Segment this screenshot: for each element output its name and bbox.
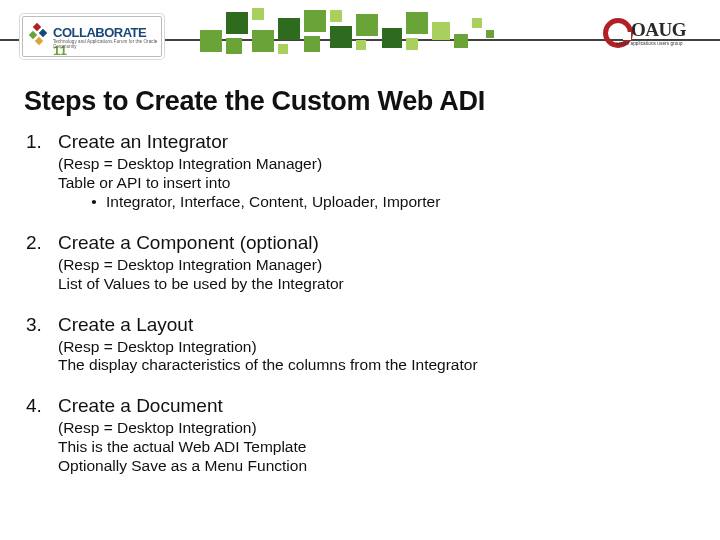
- step-line: (Resp = Desktop Integration Manager): [58, 155, 696, 174]
- step-body: Create a Component (optional) (Resp = De…: [58, 232, 696, 294]
- step-heading: Create a Component (optional): [58, 232, 696, 254]
- content: Steps to Create the Custom Web ADI 1. Cr…: [0, 68, 720, 476]
- step-body: Create a Document (Resp = Desktop Integr…: [58, 395, 696, 476]
- step-number: 4.: [24, 395, 58, 476]
- step-number: 3.: [24, 314, 58, 376]
- page-title: Steps to Create the Custom Web ADI: [24, 86, 696, 117]
- collaborate-tagline: Technology and Applications Forum for th…: [53, 39, 161, 49]
- slide: COLLABORATE 11 Technology and Applicatio…: [0, 0, 720, 540]
- step-subline: • Integrator, Interface, Content, Upload…: [58, 193, 696, 212]
- step-3: 3. Create a Layout (Resp = Desktop Integ…: [24, 314, 696, 376]
- oaug-logo: OAUG oracle applications users group: [603, 18, 698, 50]
- step-line: (Resp = Desktop Integration Manager): [58, 256, 696, 275]
- step-number: 1.: [24, 131, 58, 212]
- step-1: 1. Create an Integrator (Resp = Desktop …: [24, 131, 696, 212]
- bullet-icon: •: [82, 193, 106, 212]
- oaug-name: OAUG: [631, 19, 686, 41]
- step-4: 4. Create a Document (Resp = Desktop Int…: [24, 395, 696, 476]
- step-line: The display characteristics of the colum…: [58, 356, 696, 375]
- step-line: (Resp = Desktop Integration): [58, 419, 696, 438]
- header: COLLABORATE 11 Technology and Applicatio…: [0, 0, 720, 68]
- step-body: Create an Integrator (Resp = Desktop Int…: [58, 131, 696, 212]
- step-heading: Create an Integrator: [58, 131, 696, 153]
- step-line: List of Values to be used by the Integra…: [58, 275, 696, 294]
- oaug-subtitle: oracle applications users group: [616, 41, 683, 46]
- step-line: This is the actual Web ADI Template: [58, 438, 696, 457]
- step-heading: Create a Layout: [58, 314, 696, 336]
- decorative-squares-icon: [200, 8, 520, 63]
- step-line: Table or API to insert into: [58, 174, 696, 193]
- step-line: (Resp = Desktop Integration): [58, 338, 696, 357]
- step-line: Optionally Save as a Menu Function: [58, 457, 696, 476]
- step-number: 2.: [24, 232, 58, 294]
- step-2: 2. Create a Component (optional) (Resp =…: [24, 232, 696, 294]
- collaborate-badge: COLLABORATE 11 Technology and Applicatio…: [22, 16, 162, 57]
- collaborate-word: COLLABORATE: [53, 25, 146, 40]
- step-heading: Create a Document: [58, 395, 696, 417]
- step-body: Create a Layout (Resp = Desktop Integrat…: [58, 314, 696, 376]
- step-subline-text: Integrator, Interface, Content, Uploader…: [106, 193, 440, 212]
